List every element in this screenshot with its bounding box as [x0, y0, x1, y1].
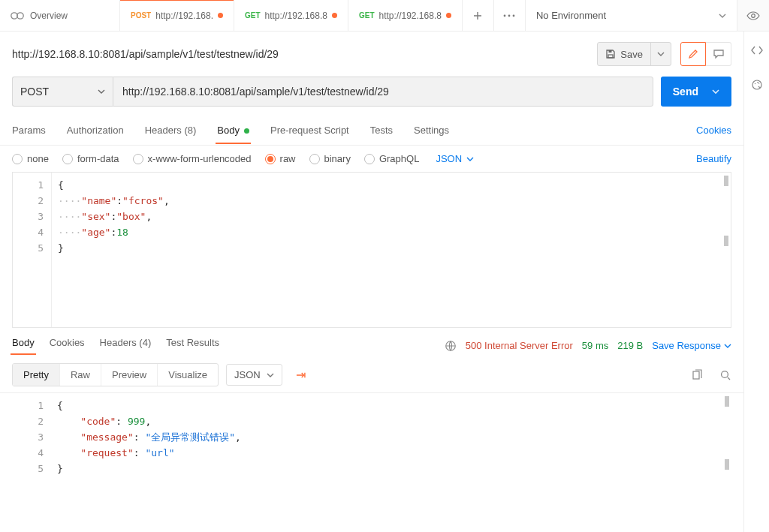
response-toolbar: Pretty Raw Preview Visualize JSON ⇥: [0, 357, 743, 393]
save-label: Save: [620, 49, 643, 60]
environment-quicklook-button[interactable]: [737, 0, 769, 31]
body-type-row: none form-data x-www-form-urlencoded raw…: [0, 146, 743, 172]
body-binary[interactable]: binary: [309, 153, 351, 164]
resp-tab-cookies[interactable]: Cookies: [50, 337, 85, 354]
body-none[interactable]: none: [12, 153, 49, 164]
response-body-editor[interactable]: 12345 { "code": 999, "message": "全局异常测试错…: [12, 393, 731, 483]
tab-body-label: Body: [217, 125, 240, 136]
tab-request-3[interactable]: GET http://192.168.8: [348, 0, 463, 31]
code-token: "全局异常测试错误": [145, 431, 235, 443]
view-preview[interactable]: Preview: [101, 364, 157, 386]
tab-request-2[interactable]: GET http://192.168.8: [234, 0, 348, 31]
body-graphql-label: GraphQL: [379, 153, 419, 164]
request-header: http://192.168.8.10:8081/api/sample/v1/t…: [0, 32, 743, 77]
save-button[interactable]: Save: [597, 42, 671, 66]
response-time: 59 ms: [582, 340, 608, 351]
edit-icon[interactable]: [680, 42, 706, 66]
save-icon: [605, 49, 616, 59]
body-graphql[interactable]: GraphQL: [364, 153, 419, 164]
environment-selector[interactable]: No Environment: [526, 0, 737, 31]
chevron-down-icon[interactable]: [712, 88, 719, 95]
info-icon[interactable]: [750, 78, 764, 92]
resp-tab-headers[interactable]: Headers (4): [100, 337, 152, 354]
unsaved-dot-icon: [218, 13, 223, 18]
tab-request-1[interactable]: POST http://192.168.: [120, 0, 234, 31]
save-response-button[interactable]: Save Response: [652, 340, 731, 351]
search-icon[interactable]: [719, 369, 731, 381]
code-token: "box": [116, 211, 146, 222]
tab-overview[interactable]: Overview: [0, 0, 120, 31]
response-tabs: Body Cookies Headers (4) Test Results 50…: [0, 328, 743, 357]
tab-settings[interactable]: Settings: [414, 117, 449, 143]
request-body-editor[interactable]: 12345 { ····"name":"fcros", ····"sex":"b…: [12, 172, 731, 328]
body-xform[interactable]: x-www-form-urlencoded: [133, 153, 252, 164]
code-line: {: [58, 179, 64, 191]
resp-tab-results[interactable]: Test Results: [166, 337, 219, 354]
code-token: "age": [81, 227, 110, 238]
tab-headers[interactable]: Headers (8): [145, 117, 197, 143]
tab-authorization[interactable]: Authorization: [67, 117, 124, 143]
chevron-down-icon[interactable]: [650, 43, 665, 65]
send-button[interactable]: Send: [661, 77, 731, 107]
scroll-indicator-icon: [724, 176, 728, 186]
unsaved-dot-icon: [332, 13, 337, 18]
tab-body[interactable]: Body: [217, 117, 249, 143]
code-area[interactable]: { ····"name":"fcros", ····"sex":"box", ·…: [52, 173, 176, 327]
svg-point-3: [508, 14, 511, 17]
copy-icon[interactable]: [691, 369, 703, 381]
view-raw[interactable]: Raw: [59, 364, 101, 386]
method-select[interactable]: POST: [12, 77, 113, 107]
new-tab-button[interactable]: [463, 0, 494, 31]
top-tab-bar: Overview POST http://192.168. GET http:/…: [0, 0, 769, 32]
tab-prerequest[interactable]: Pre-request Script: [270, 117, 349, 143]
view-visualize[interactable]: Visualize: [157, 364, 218, 386]
code-token: "sex": [81, 211, 110, 222]
globe-icon[interactable]: [445, 340, 457, 352]
wrap-lines-icon[interactable]: ⇥: [290, 368, 312, 382]
comment-icon[interactable]: [706, 42, 731, 66]
body-lang-select[interactable]: JSON: [436, 153, 474, 164]
tab-tests[interactable]: Tests: [370, 117, 393, 143]
svg-point-4: [513, 14, 515, 17]
line-gutter: 12345: [13, 173, 52, 327]
body-xform-label: x-www-form-urlencoded: [148, 153, 252, 164]
code-line: {: [57, 400, 63, 411]
svg-point-7: [754, 83, 755, 84]
status-code: 500 Internal Server Error: [466, 340, 573, 351]
scroll-indicator-icon: [725, 459, 729, 470]
tab-more-button[interactable]: [494, 0, 526, 31]
svg-point-2: [504, 14, 506, 17]
beautify-link[interactable]: Beautify: [696, 153, 731, 164]
save-response-label: Save Response: [652, 340, 721, 351]
request-row: POST Send: [0, 77, 743, 116]
environment-label: No Environment: [536, 10, 606, 21]
tab3-method: GET: [359, 11, 375, 20]
scroll-indicator-icon: [724, 236, 728, 246]
response-view-segment: Pretty Raw Preview Visualize: [12, 363, 219, 386]
response-lang-select[interactable]: JSON: [226, 364, 282, 386]
svg-rect-8: [608, 55, 613, 58]
body-binary-label: binary: [324, 153, 351, 164]
body-formdata[interactable]: form-data: [62, 153, 119, 164]
code-icon[interactable]: [750, 45, 764, 56]
cookies-link[interactable]: Cookies: [696, 125, 731, 136]
body-raw[interactable]: raw: [265, 153, 296, 164]
view-pretty[interactable]: Pretty: [13, 364, 59, 386]
resp-tab-body[interactable]: Body: [12, 337, 35, 354]
tab2-method: GET: [245, 11, 261, 20]
body-raw-label: raw: [280, 153, 296, 164]
code-token: 18: [116, 227, 128, 238]
svg-point-0: [11, 12, 17, 18]
url-input[interactable]: [113, 77, 653, 107]
chevron-down-icon: [719, 12, 726, 20]
body-active-dot-icon: [244, 128, 249, 134]
tab2-label: http://192.168.8: [265, 11, 327, 21]
tab-params[interactable]: Params: [12, 117, 46, 143]
chevron-down-icon: [466, 155, 474, 163]
scroll-indicator-icon: [725, 396, 729, 407]
body-lang-label: JSON: [436, 153, 462, 164]
chevron-down-icon: [98, 88, 105, 95]
method-value: POST: [20, 86, 49, 98]
code-area[interactable]: { "code": 999, "message": "全局异常测试错误", "r…: [51, 393, 247, 483]
unsaved-dot-icon: [446, 13, 451, 18]
